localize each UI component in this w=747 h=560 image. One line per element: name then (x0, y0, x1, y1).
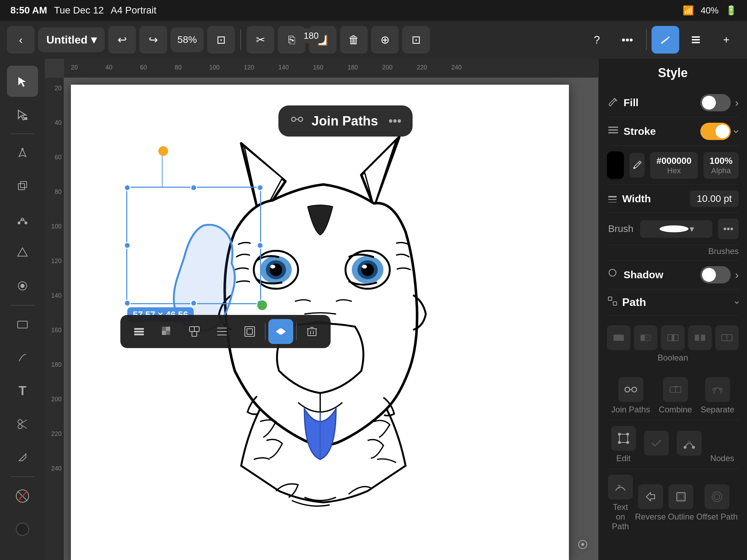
boolean-divide-btn[interactable] (715, 325, 739, 350)
intersect-icon (666, 331, 680, 344)
no-stroke-tool[interactable] (7, 480, 38, 512)
undo-button[interactable]: ↩ (108, 26, 136, 54)
select-tool[interactable] (7, 66, 38, 97)
shadow-toggle-knob (702, 268, 716, 282)
handle-bottom-left[interactable] (124, 300, 131, 307)
pen-tool[interactable] (7, 138, 38, 169)
separate-op-label: Separate (701, 405, 734, 414)
svg-rect-39 (166, 327, 170, 331)
boolean-union-btn[interactable] (607, 325, 630, 350)
delete-float-btn[interactable] (299, 319, 324, 344)
right-panel: + Style Fill › (598, 21, 747, 560)
join-paths-popup[interactable]: Join Paths ••• (278, 105, 413, 137)
svg-rect-38 (162, 327, 166, 331)
svg-rect-40 (162, 331, 166, 335)
handle-top-right[interactable] (257, 184, 264, 191)
scissors-tool[interactable] (7, 409, 38, 440)
redo-button[interactable]: ↪ (139, 26, 167, 54)
stroke-color-swatch[interactable] (607, 151, 624, 179)
green-handle[interactable] (257, 300, 267, 310)
export-button[interactable]: ⊡ (402, 26, 430, 54)
document-title-button[interactable]: Untitled ▾ (38, 27, 105, 52)
outline-path-icon (674, 490, 688, 504)
selection-box[interactable]: 57.57 × 46.56 (126, 187, 261, 304)
stroke-toggle[interactable] (700, 123, 731, 140)
join-paths-op-btn[interactable]: Join Paths (611, 377, 650, 414)
text-on-path-btn[interactable]: T Text on Path (608, 475, 633, 531)
alpha-display[interactable]: 100% Alpha (703, 152, 739, 179)
eraser-tool[interactable] (7, 442, 38, 473)
knife-tool[interactable] (7, 342, 38, 373)
stroke-chevron[interactable]: › (730, 130, 743, 133)
distribute-float-btn[interactable] (210, 319, 234, 344)
svg-point-112 (714, 494, 720, 500)
combine-op-btn[interactable]: Combine (659, 377, 692, 414)
separate-icon (711, 383, 725, 396)
paint-bucket-tool[interactable] (7, 270, 38, 301)
scroll-indicator[interactable] (574, 536, 591, 553)
boolean-exclude-btn[interactable] (688, 325, 712, 350)
fill-toggle[interactable] (700, 94, 731, 111)
frame-float-btn[interactable] (237, 319, 262, 344)
brush-panel-button[interactable] (652, 26, 679, 54)
nodes-check-btn[interactable] (644, 431, 669, 458)
handle-top-left[interactable] (124, 184, 131, 191)
document-canvas[interactable]: 57.57 × 46.56 (64, 78, 598, 560)
add-panel-button[interactable]: + (712, 26, 740, 54)
node-edit-tool[interactable] (7, 204, 38, 235)
more-button[interactable]: ••• (614, 26, 641, 54)
handle-left-middle[interactable] (124, 242, 131, 249)
checkerboard-float-btn[interactable] (154, 319, 179, 344)
brush-preview[interactable]: ▾ (640, 220, 712, 238)
shadow-chevron[interactable]: › (735, 269, 739, 281)
offset-path-btn[interactable]: Offset Path (696, 484, 738, 522)
edit-btn-icon (611, 426, 636, 451)
fill-chevron[interactable]: › (735, 96, 739, 109)
svg-point-57 (298, 117, 303, 121)
layers-panel-button[interactable] (682, 26, 710, 54)
shadow-toggle[interactable] (700, 266, 731, 283)
duplicate-tool[interactable] (7, 171, 38, 202)
arrange-button[interactable]: ⊕ (371, 26, 399, 54)
hex-display[interactable]: #000000 Hex (650, 152, 698, 179)
transform-button[interactable]: ⊡ (207, 26, 235, 54)
path-section-chevron[interactable]: › (731, 301, 743, 304)
boolean-grid-wrapper: Boolean (607, 321, 739, 372)
delete-button[interactable]: 🗑 (340, 26, 368, 54)
rectangle-tool[interactable] (7, 309, 38, 340)
transform-tool[interactable] (7, 237, 38, 268)
svg-rect-93 (675, 387, 681, 392)
nodes-btn[interactable] (677, 431, 702, 458)
brush-dropdown-icon[interactable]: ▾ (690, 224, 694, 234)
svg-rect-36 (134, 331, 144, 333)
handle-bottom-middle[interactable] (190, 300, 197, 307)
width-value[interactable]: 10.00 pt (690, 190, 739, 207)
reverse-btn[interactable]: Reverse (635, 484, 666, 522)
ruler-left-label-40: 40 (55, 119, 62, 127)
rotation-handle[interactable] (158, 146, 168, 156)
outline-btn[interactable]: Outline (668, 484, 694, 522)
help-button[interactable]: ? (583, 26, 611, 54)
direct-select-tool[interactable] (7, 99, 38, 130)
brush-more-button[interactable]: ••• (718, 218, 739, 239)
color-tool[interactable] (7, 514, 38, 545)
mask-float-btn[interactable] (268, 319, 293, 344)
layers-float-btn[interactable] (127, 319, 151, 344)
boolean-subtract-btn[interactable] (634, 325, 657, 350)
separate-op-btn[interactable]: Separate (701, 377, 734, 414)
nodes-edit-icon (682, 436, 696, 450)
svg-rect-35 (134, 328, 144, 330)
arrange-float-btn[interactable] (182, 319, 207, 344)
cut-button[interactable]: ✂ (247, 26, 274, 54)
boolean-intersect-btn[interactable] (661, 325, 684, 350)
text-tool[interactable]: T (7, 375, 38, 407)
join-paths-popup-dots: ••• (388, 114, 402, 128)
edit-btn[interactable]: Edit (611, 426, 636, 463)
eyedropper-button[interactable] (629, 153, 645, 178)
path-section-header[interactable]: Path › (607, 289, 739, 316)
handle-top-middle[interactable] (190, 184, 197, 191)
back-button[interactable]: ‹ (7, 26, 35, 54)
paint-bucket-icon (16, 279, 29, 293)
svg-point-102 (626, 441, 629, 444)
handle-right-middle[interactable] (257, 242, 264, 249)
